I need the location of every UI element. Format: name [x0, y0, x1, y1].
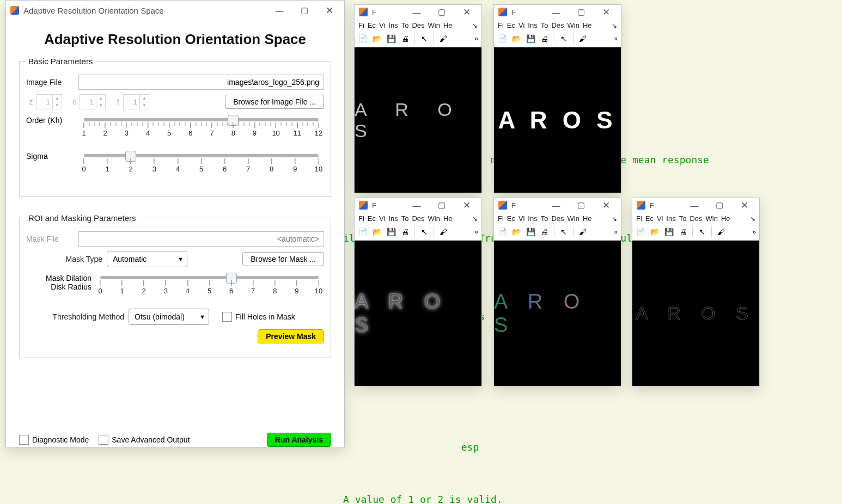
dilation-slider[interactable]	[100, 276, 319, 279]
menu-item[interactable]: To	[678, 213, 688, 224]
menu-item[interactable]: Des	[410, 213, 426, 224]
menu-item[interactable]: Vi	[517, 20, 526, 30]
pointer-icon[interactable]: ↖	[418, 33, 430, 45]
menu-item[interactable]: Ins	[526, 213, 539, 224]
menu-item[interactable]: Fi	[496, 20, 505, 30]
menu-item[interactable]: To	[539, 20, 550, 30]
menubar-overflow-icon[interactable]: ↘	[748, 214, 757, 224]
pointer-icon[interactable]: ↖	[418, 226, 430, 238]
menu-item[interactable]: Ec	[505, 213, 517, 224]
figure-titlebar[interactable]: F — ▢ ✕	[494, 5, 621, 19]
menu-item[interactable]: Fi	[357, 213, 366, 224]
menubar-overflow-icon[interactable]: ↘	[610, 21, 619, 30]
menu-item[interactable]: He	[581, 20, 594, 30]
menu-item[interactable]: He	[719, 213, 732, 224]
print-icon[interactable]: 🖨	[539, 33, 551, 45]
threshold-select[interactable]: Otsu (bimodal)▼	[129, 309, 209, 325]
spin-t-input[interactable]: 1 ▲▼	[123, 94, 149, 109]
save-icon[interactable]: 💾	[524, 226, 536, 238]
menu-item[interactable]: To	[539, 213, 550, 224]
mask-type-select[interactable]: Automatic▼	[107, 251, 187, 267]
save-icon[interactable]: 💾	[663, 226, 675, 238]
fill-holes-checkbox[interactable]: Fill Holes in Mask	[222, 312, 295, 322]
menu-item[interactable]: Vi	[655, 213, 664, 224]
maximize-button[interactable]: ▢	[429, 4, 454, 20]
spin-z-input[interactable]: 1 ▲▼	[36, 94, 62, 109]
menu-item[interactable]: Ins	[526, 20, 539, 30]
print-icon[interactable]: 🖨	[539, 226, 551, 238]
menu-item[interactable]: Ec	[366, 20, 377, 30]
spin-t-up[interactable]: ▲	[140, 95, 149, 102]
brush-icon[interactable]: 🖌	[715, 226, 727, 238]
new-icon[interactable]: 📄	[496, 226, 508, 238]
print-icon[interactable]: 🖨	[399, 226, 411, 238]
menu-item[interactable]: Win	[426, 20, 442, 30]
spin-c-input[interactable]: 1 ▲▼	[80, 94, 106, 109]
menu-item[interactable]: He	[581, 213, 594, 224]
close-button[interactable]: ✕	[454, 4, 479, 20]
image-file-input[interactable]	[78, 75, 324, 90]
brush-icon[interactable]: 🖌	[437, 226, 449, 238]
menu-item[interactable]: Vi	[517, 213, 526, 224]
pointer-icon[interactable]: ↖	[696, 226, 708, 238]
menu-item[interactable]: Win	[426, 213, 442, 224]
menubar-overflow-icon[interactable]: ↘	[610, 214, 619, 224]
close-button[interactable]: ✕	[594, 198, 619, 213]
menu-item[interactable]: Ec	[505, 20, 517, 30]
main-titlebar[interactable]: Adaptive Resolution Orientation Space — …	[6, 1, 344, 20]
diagnostic-mode-checkbox[interactable]: Diagnostic Mode	[19, 435, 89, 445]
menu-item[interactable]: Vi	[377, 20, 387, 30]
menu-item[interactable]: He	[442, 20, 454, 30]
new-icon[interactable]: 📄	[634, 226, 646, 238]
order-slider[interactable]	[84, 118, 319, 121]
new-icon[interactable]: 📄	[357, 33, 369, 45]
menu-item[interactable]: Vi	[377, 213, 387, 224]
close-button[interactable]: ✕	[317, 3, 342, 18]
spin-c-down[interactable]: ▼	[96, 102, 105, 109]
pointer-icon[interactable]: ↖	[558, 226, 570, 238]
sigma-slider[interactable]	[84, 154, 319, 157]
spin-c-up[interactable]: ▲	[96, 95, 105, 102]
menu-item[interactable]: Ins	[664, 213, 677, 224]
save-icon[interactable]: 💾	[385, 33, 397, 45]
toolbar-overflow-icon[interactable]: »	[613, 35, 619, 42]
close-button[interactable]: ✕	[732, 198, 757, 213]
open-icon[interactable]: 📂	[649, 226, 661, 238]
toolbar-overflow-icon[interactable]: »	[473, 228, 479, 236]
figure-titlebar[interactable]: F — ▢ ✕	[494, 198, 621, 212]
save-icon[interactable]: 💾	[385, 226, 397, 238]
open-icon[interactable]: 📂	[510, 226, 522, 238]
menu-item[interactable]: Ec	[366, 213, 377, 224]
browse-mask-button[interactable]: Browse for Mask ...	[242, 252, 324, 266]
print-icon[interactable]: 🖨	[677, 226, 689, 238]
figure-titlebar[interactable]: F — ▢ ✕	[355, 198, 481, 212]
menu-item[interactable]: Des	[550, 213, 565, 224]
new-icon[interactable]: 📄	[496, 33, 508, 45]
menu-item[interactable]: Des	[550, 20, 565, 30]
menu-item[interactable]: Win	[566, 213, 581, 224]
open-icon[interactable]: 📂	[510, 33, 522, 45]
minimize-button[interactable]: —	[544, 4, 569, 20]
menu-item[interactable]: Des	[410, 20, 426, 30]
browse-image-button[interactable]: Browse for Image File ...	[225, 95, 324, 109]
spin-z-down[interactable]: ▼	[53, 102, 62, 109]
menu-item[interactable]: Win	[566, 20, 581, 30]
maximize-button[interactable]: ▢	[569, 4, 594, 20]
brush-icon[interactable]: 🖌	[577, 33, 589, 45]
menu-item[interactable]: Ins	[387, 20, 399, 30]
toolbar-overflow-icon[interactable]: »	[613, 228, 619, 236]
spin-t-down[interactable]: ▼	[140, 102, 149, 109]
menubar-overflow-icon[interactable]: ↘	[471, 21, 479, 30]
menu-item[interactable]: Win	[704, 213, 719, 224]
figure-titlebar[interactable]: F — ▢ ✕	[355, 5, 481, 19]
minimize-button[interactable]: —	[267, 3, 292, 18]
save-advanced-checkbox[interactable]: Save Advanced Output	[99, 435, 190, 445]
menu-item[interactable]: Ec	[644, 213, 655, 224]
save-icon[interactable]: 💾	[524, 33, 536, 45]
toolbar-overflow-icon[interactable]: »	[751, 228, 757, 236]
new-icon[interactable]: 📄	[357, 226, 369, 238]
menu-item[interactable]: To	[400, 20, 411, 30]
menu-item[interactable]: To	[400, 213, 411, 224]
maximize-button[interactable]: ▢	[429, 198, 454, 213]
menu-item[interactable]: Fi	[634, 213, 644, 224]
